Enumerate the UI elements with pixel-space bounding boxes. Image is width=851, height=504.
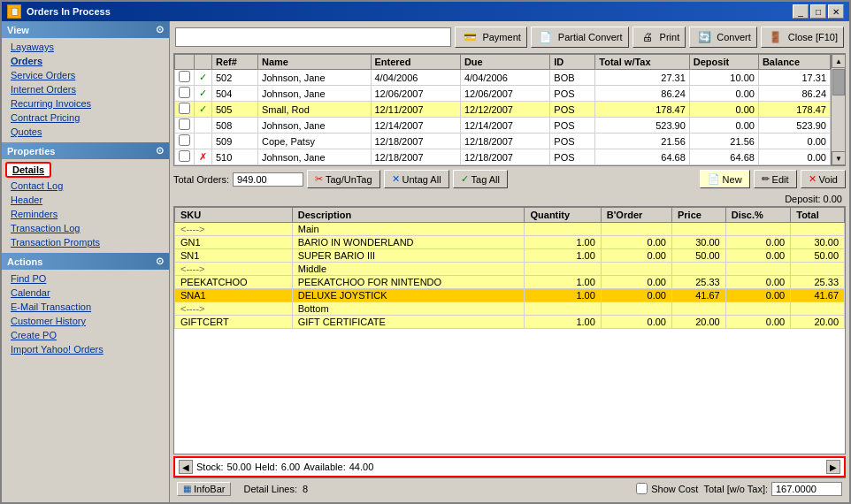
maximize-button[interactable]: □ bbox=[810, 4, 826, 19]
sidebar-item-internet-orders[interactable]: Internet Orders bbox=[2, 82, 169, 96]
detail-disc bbox=[725, 263, 791, 276]
tag-untag-button[interactable]: ✂ Tag/UnTag bbox=[307, 170, 380, 188]
edit-button[interactable]: ✏ Edit bbox=[754, 170, 797, 188]
table-row[interactable]: 508 Johnson, Jane 12/14/2007 12/14/2007 … bbox=[175, 118, 831, 134]
sidebar-item-import-yahoo[interactable]: Import Yahoo! Orders bbox=[2, 342, 169, 356]
search-input[interactable] bbox=[175, 27, 451, 47]
row-deposit: 0.00 bbox=[689, 118, 758, 134]
detail-border: 0.00 bbox=[601, 276, 671, 289]
sidebar-item-transaction-log[interactable]: Transaction Log bbox=[2, 221, 169, 235]
detail-sku: GIFTCERT bbox=[175, 316, 293, 329]
row-check[interactable] bbox=[175, 102, 195, 118]
deposit-row: Deposit: 0.00 bbox=[173, 192, 846, 206]
show-cost-group: Show Cost bbox=[636, 483, 698, 494]
sidebar-item-recurring-invoices[interactable]: Recurring Invoices bbox=[2, 96, 169, 111]
sidebar-item-customer-history[interactable]: Customer History bbox=[2, 314, 169, 328]
detail-total bbox=[791, 223, 845, 236]
void-button[interactable]: ✕ Void bbox=[801, 170, 846, 188]
actions-section: Actions ⊙ Find PO Calendar E-Mail Transa… bbox=[2, 253, 169, 356]
detail-row[interactable]: GIFTCERT GIFT CERTIFICATE 1.00 0.00 20.0… bbox=[175, 316, 845, 329]
close-button-toolbar[interactable]: 🚪 Close [F10] bbox=[761, 27, 844, 48]
detail-row[interactable]: <----> Bottom bbox=[175, 302, 845, 316]
properties-toggle-icon[interactable]: ⊙ bbox=[156, 145, 164, 157]
untag-all-button[interactable]: ✕ Untag All bbox=[384, 170, 449, 188]
infobar-button[interactable]: ▦ InfoBar bbox=[177, 482, 231, 496]
detail-col-disc: Disc.% bbox=[725, 208, 791, 223]
sidebar-item-orders[interactable]: Orders bbox=[2, 54, 169, 68]
detail-row[interactable]: SN1 SUPER BARIO III 1.00 0.00 50.00 0.00… bbox=[175, 249, 845, 263]
sidebar-item-create-po[interactable]: Create PO bbox=[2, 328, 169, 342]
detail-row[interactable]: <----> Main bbox=[175, 223, 845, 236]
held-value: 6.00 bbox=[281, 462, 300, 472]
row-mark: ✓ bbox=[195, 102, 212, 118]
sidebar-item-header[interactable]: Header bbox=[2, 193, 169, 207]
detail-row[interactable]: PEEKATCHOO PEEKATCHOO FOR NINTENDO 1.00 … bbox=[175, 276, 845, 289]
sidebar-item-transaction-prompts[interactable]: Transaction Prompts bbox=[2, 235, 169, 249]
payment-button[interactable]: 💳 Payment bbox=[455, 27, 526, 48]
row-mark bbox=[195, 118, 212, 134]
col-id: ID bbox=[550, 55, 595, 70]
print-icon: 🖨 bbox=[639, 30, 656, 44]
row-total: 21.56 bbox=[595, 134, 689, 149]
stock-scroll-left[interactable]: ◀ bbox=[179, 460, 193, 474]
detail-sku: <----> bbox=[175, 223, 293, 236]
table-row[interactable]: 509 Cope, Patsy 12/18/2007 12/18/2007 PO… bbox=[175, 134, 831, 149]
tag-icon: ✂ bbox=[315, 173, 323, 185]
table-row[interactable]: ✓ 502 Johnson, Jane 4/04/2006 4/04/2006 … bbox=[175, 70, 831, 86]
untag-icon: ✕ bbox=[392, 173, 400, 185]
title-bar: 📋 Orders In Process _ □ ✕ bbox=[2, 2, 849, 21]
new-button[interactable]: 📄 New bbox=[700, 170, 750, 188]
tag-all-button[interactable]: ✓ Tag All bbox=[453, 170, 508, 188]
print-button[interactable]: 🖨 Print bbox=[632, 27, 686, 48]
sidebar-item-layaways[interactable]: Layaways bbox=[2, 40, 169, 54]
content-area: 💳 Payment 📄 Partial Convert 🖨 Print 🔄 Co… bbox=[170, 21, 849, 502]
sidebar-item-reminders[interactable]: Reminders bbox=[2, 207, 169, 221]
sidebar-item-contract-pricing[interactable]: Contract Pricing bbox=[2, 111, 169, 125]
sidebar-item-find-po[interactable]: Find PO bbox=[2, 271, 169, 286]
row-balance: 0.00 bbox=[758, 149, 830, 165]
detail-qty: 1.00 bbox=[525, 316, 601, 329]
orders-scrollbar[interactable]: ▲ ▼ bbox=[831, 54, 845, 165]
row-entered: 12/18/2007 bbox=[371, 149, 460, 165]
scroll-down-btn[interactable]: ▼ bbox=[832, 151, 846, 165]
row-check[interactable] bbox=[175, 86, 195, 102]
sidebar-item-service-orders[interactable]: Service Orders bbox=[2, 68, 169, 82]
row-check[interactable] bbox=[175, 149, 195, 165]
total-orders-input[interactable] bbox=[233, 172, 303, 187]
sidebar-item-calendar[interactable]: Calendar bbox=[2, 286, 169, 300]
detail-price bbox=[671, 302, 725, 316]
actions-toggle-icon[interactable]: ⊙ bbox=[156, 256, 164, 267]
sidebar-item-email-transaction[interactable]: E-Mail Transaction bbox=[2, 300, 169, 314]
sidebar-item-contact-log[interactable]: Contact Log bbox=[2, 179, 169, 193]
minimize-button[interactable]: _ bbox=[793, 4, 809, 19]
row-due: 12/06/2007 bbox=[460, 86, 549, 102]
row-check[interactable] bbox=[175, 134, 195, 149]
stock-scroll-right[interactable]: ▶ bbox=[826, 460, 840, 474]
detail-price: 25.33 bbox=[671, 276, 725, 289]
table-row[interactable]: ✗ 510 Johnson, Jane 12/18/2007 12/18/200… bbox=[175, 149, 831, 165]
total-notax-input[interactable] bbox=[771, 482, 842, 496]
view-section-label: View bbox=[7, 25, 29, 35]
row-check[interactable] bbox=[175, 70, 195, 86]
view-toggle-icon[interactable]: ⊙ bbox=[156, 24, 164, 35]
payment-icon: 💳 bbox=[461, 30, 479, 44]
partial-convert-button[interactable]: 📄 Partial Convert bbox=[531, 27, 629, 48]
table-row[interactable]: ✓ 504 Johnson, Jane 12/06/2007 12/06/200… bbox=[175, 86, 831, 102]
scroll-thumb[interactable] bbox=[832, 69, 845, 95]
main-window: 📋 Orders In Process _ □ ✕ View ⊙ Layaway… bbox=[0, 0, 851, 504]
convert-button[interactable]: 🔄 Convert bbox=[689, 27, 757, 48]
detail-sku: <----> bbox=[175, 302, 293, 316]
sidebar-item-details[interactable]: Details bbox=[5, 162, 51, 178]
table-row[interactable]: ✓ 505 Small, Rod 12/11/2007 12/12/2007 P… bbox=[175, 102, 831, 118]
detail-row[interactable]: <----> Middle bbox=[175, 263, 845, 276]
row-check[interactable] bbox=[175, 118, 195, 134]
detail-border: 0.00 bbox=[601, 289, 671, 302]
scroll-up-btn[interactable]: ▲ bbox=[832, 54, 846, 68]
show-cost-checkbox[interactable] bbox=[636, 483, 648, 494]
detail-row[interactable]: GN1 BARIO IN WONDERLAND 1.00 0.00 30.00 … bbox=[175, 236, 845, 249]
row-mark: ✓ bbox=[195, 86, 212, 102]
detail-row[interactable]: SNA1 DELUXE JOYSTICK 1.00 0.00 41.67 0.0… bbox=[175, 289, 845, 302]
row-name: Johnson, Jane bbox=[257, 70, 371, 86]
close-button[interactable]: ✕ bbox=[828, 4, 844, 19]
sidebar-item-quotes[interactable]: Quotes bbox=[2, 125, 169, 139]
